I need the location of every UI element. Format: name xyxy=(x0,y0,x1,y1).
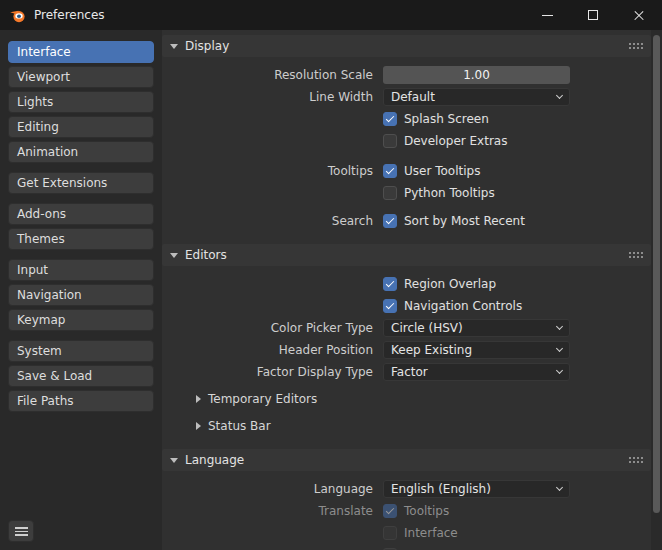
sidebar-item-label: Navigation xyxy=(17,288,82,302)
row-label: Resolution Scale xyxy=(162,68,373,82)
header-position-select[interactable]: Keep Existing xyxy=(383,341,570,359)
sidebar-item-system[interactable]: System xyxy=(8,340,154,362)
row-widget: Region Overlap xyxy=(383,277,651,291)
sidebar-item-viewport[interactable]: Viewport xyxy=(8,66,154,88)
row-widget: Interface xyxy=(383,526,651,540)
chevron-down-icon xyxy=(170,44,178,49)
scrollbar-thumb[interactable] xyxy=(653,35,660,513)
navigation-controls-checkbox[interactable] xyxy=(383,299,397,313)
line-width-select[interactable]: Default xyxy=(383,88,570,106)
row-widget: Keep Existing xyxy=(383,341,651,359)
section-header-language[interactable]: Language xyxy=(162,449,651,471)
row-user-tooltips: Tooltips User Tooltips xyxy=(162,160,651,182)
section-header-editors[interactable]: Editors xyxy=(162,244,651,266)
row-translate-tooltips: Translate Tooltips xyxy=(162,500,651,522)
sidebar-item-animation[interactable]: Animation xyxy=(8,141,154,163)
sidebar-item-label: Save & Load xyxy=(17,369,92,383)
row-navigation-controls: Navigation Controls xyxy=(162,295,651,317)
row-color-picker-type: Color Picker Type Circle (HSV) xyxy=(162,317,651,339)
row-language: Language English (English) xyxy=(162,478,651,500)
chevron-down-icon xyxy=(556,345,563,352)
user-tooltips-checkbox[interactable] xyxy=(383,164,397,178)
chevron-down-icon xyxy=(556,323,563,330)
minimize-icon xyxy=(542,15,553,16)
row-sort-by-most-recent: Search Sort by Most Recent xyxy=(162,210,651,232)
check-icon xyxy=(386,506,394,514)
dropdown-value: Keep Existing xyxy=(391,343,557,357)
row-region-overlap: Region Overlap xyxy=(162,273,651,295)
dropdown-value: Default xyxy=(391,90,557,104)
subpanel-status-bar[interactable]: Status Bar xyxy=(196,415,651,437)
panel-grip-icon[interactable] xyxy=(628,456,643,464)
section-language: Language Language English (English) Tran… xyxy=(162,449,651,550)
factor-display-type-select[interactable]: Factor xyxy=(383,363,570,381)
checkbox-label: Interface xyxy=(404,526,458,540)
python-tooltips-checkbox[interactable] xyxy=(383,186,397,200)
sidebar-item-label: Lights xyxy=(17,95,53,109)
section-body-editors: Region Overlap Navigation Controls Color… xyxy=(162,266,651,443)
spacer xyxy=(162,152,651,160)
section-body-language: Language English (English) Translate Too… xyxy=(162,471,651,550)
close-button[interactable] xyxy=(616,0,662,30)
sidebar-item-label: Input xyxy=(17,263,48,277)
window-controls xyxy=(524,0,662,30)
panel-grip-icon[interactable] xyxy=(628,251,643,259)
region-overlap-checkbox[interactable] xyxy=(383,277,397,291)
sidebar-item-label: File Paths xyxy=(17,394,74,408)
translate-interface-checkbox[interactable] xyxy=(383,526,397,540)
minimize-button[interactable] xyxy=(524,0,570,30)
sidebar-item-interface[interactable]: Interface xyxy=(8,41,154,63)
sort-by-most-recent-checkbox[interactable] xyxy=(383,214,397,228)
row-widget: 1.00 xyxy=(383,66,651,84)
section-editors: Editors Region Overlap Navigation Contro… xyxy=(162,244,651,443)
blender-logo-icon xyxy=(9,7,26,24)
resolution-scale-field[interactable]: 1.00 xyxy=(383,66,570,84)
sidebar-item-input[interactable]: Input xyxy=(8,259,154,281)
row-developer-extras: Developer Extras xyxy=(162,130,651,152)
row-widget: Developer Extras xyxy=(383,134,651,148)
sidebar-item-save-load[interactable]: Save & Load xyxy=(8,365,154,387)
row-translate-reports: Reports xyxy=(162,544,651,550)
close-icon xyxy=(633,9,645,21)
color-picker-type-select[interactable]: Circle (HSV) xyxy=(383,319,570,337)
sidebar-item-lights[interactable]: Lights xyxy=(8,91,154,113)
row-resolution-scale: Resolution Scale 1.00 xyxy=(162,64,651,86)
row-line-width: Line Width Default xyxy=(162,86,651,108)
vertical-scrollbar[interactable] xyxy=(651,30,662,550)
sidebar-item-addons[interactable]: Add-ons xyxy=(8,203,154,225)
sidebar-item-editing[interactable]: Editing xyxy=(8,116,154,138)
titlebar: Preferences xyxy=(0,0,662,30)
checkbox-label: Python Tooltips xyxy=(404,186,495,200)
checkbox-label: Sort by Most Recent xyxy=(404,214,525,228)
sidebar-item-keymap[interactable]: Keymap xyxy=(8,309,154,331)
sidebar-item-themes[interactable]: Themes xyxy=(8,228,154,250)
preferences-menu-button[interactable] xyxy=(8,520,34,542)
section-title: Display xyxy=(185,39,229,53)
row-label: Tooltips xyxy=(162,164,373,178)
sidebar-item-get-extensions[interactable]: Get Extensions xyxy=(8,172,154,194)
sidebar-item-file-paths[interactable]: File Paths xyxy=(8,390,154,412)
subpanel-temporary-editors[interactable]: Temporary Editors xyxy=(196,388,651,410)
window-title: Preferences xyxy=(34,8,105,22)
translate-tooltips-checkbox[interactable] xyxy=(383,504,397,518)
maximize-button[interactable] xyxy=(570,0,616,30)
checkbox-label: Splash Screen xyxy=(404,112,489,126)
row-label: Color Picker Type xyxy=(162,321,373,335)
panel-grip-icon[interactable] xyxy=(628,42,643,50)
dropdown-value: Factor xyxy=(391,365,557,379)
section-body-display: Resolution Scale 1.00 Line Width Default xyxy=(162,57,651,238)
developer-extras-checkbox[interactable] xyxy=(383,134,397,148)
splash-screen-checkbox[interactable] xyxy=(383,112,397,126)
checkbox-label: Region Overlap xyxy=(404,277,496,291)
section-header-display[interactable]: Display xyxy=(162,35,651,57)
row-widget: Splash Screen xyxy=(383,112,651,126)
row-label: Factor Display Type xyxy=(162,365,373,379)
row-label: Line Width xyxy=(162,90,373,104)
sidebar-item-navigation[interactable]: Navigation xyxy=(8,284,154,306)
check-icon xyxy=(386,301,394,309)
sidebar-item-label: Get Extensions xyxy=(17,176,107,190)
dropdown-value: English (English) xyxy=(391,482,557,496)
language-select[interactable]: English (English) xyxy=(383,480,570,498)
row-widget: Factor xyxy=(383,363,651,381)
chevron-down-icon xyxy=(556,367,563,374)
